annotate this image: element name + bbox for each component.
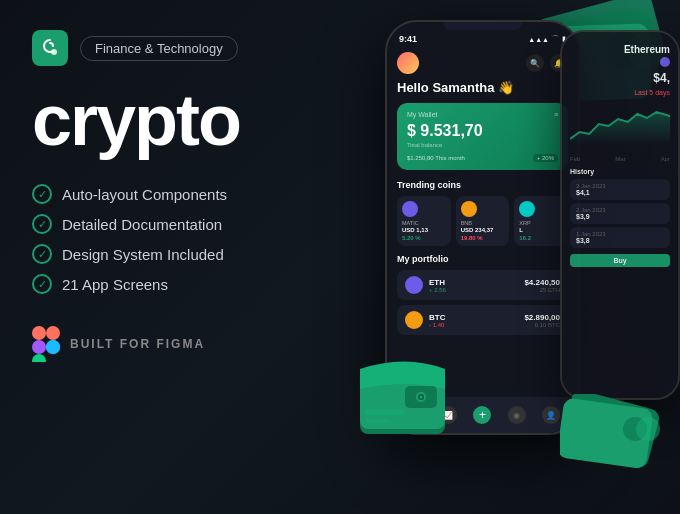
bnb-name: BNB [461, 220, 505, 226]
history-value-3: $3,8 [576, 237, 664, 244]
svg-rect-6 [32, 326, 46, 340]
wifi-icon: ⌒ [552, 34, 559, 44]
status-bar: 9:41 ▲▲▲ ⌒ ▮ [397, 34, 568, 44]
feature-list: ✓ Auto-layout Components ✓ Detailed Docu… [32, 184, 332, 294]
history-value-1: $4,1 [576, 189, 664, 196]
btc-name: BTC [429, 313, 445, 322]
history-item-2: 2 Jan 2023 $3,9 [570, 203, 670, 224]
nav-home[interactable]: ⌂ [405, 406, 423, 424]
svg-point-11 [46, 340, 60, 354]
figma-row: BUILT FOR FIGMA [32, 326, 332, 362]
eth-change-label: Last 5 days [570, 89, 670, 96]
wallet-footer: $1.250,80 This month + 20% [407, 154, 558, 162]
wallet-sub-label: Total balance [407, 142, 558, 148]
eth-change: + 2.56 [429, 287, 446, 293]
svg-rect-8 [32, 340, 46, 354]
check-icon-3: ✓ [32, 244, 52, 264]
status-time: 9:41 [399, 34, 417, 44]
buy-button[interactable]: Buy [570, 254, 670, 267]
signal-icon: ▲▲▲ [528, 36, 549, 43]
btc-value: $2.890,00 [524, 313, 560, 322]
xrp-price: L [519, 227, 563, 233]
avatar [397, 52, 419, 74]
matic-icon [402, 201, 418, 217]
xrp-change: 16.2 [519, 235, 563, 241]
finance-tag: Finance & Technology [80, 36, 238, 61]
chart-label-apr: Apr [661, 156, 670, 162]
feature-item-1: ✓ Auto-layout Components [32, 184, 332, 204]
eth-header: Ethereum [570, 44, 670, 55]
chart-label-feb: Feb [570, 156, 580, 162]
matic-name: MATIC [402, 220, 446, 226]
portfolio-eth-info: ETH + 2.56 [429, 278, 446, 293]
trending-row: MATIC USD 1,13 5.20 % BNB USD 234,37 19.… [397, 196, 568, 246]
wallet-label: My Wallet ≡ [407, 111, 558, 118]
wallet-month: $1.250,80 This month [407, 155, 465, 161]
xrp-icon [519, 201, 535, 217]
eth-coins: 25 ETH [524, 287, 560, 293]
trending-title: Trending coins [397, 180, 568, 190]
portfolio-eth-left: ETH + 2.56 [405, 276, 446, 294]
history-value-2: $3,9 [576, 213, 664, 220]
phone-secondary: Ethereum $4, Last 5 days Feb Mar [560, 30, 680, 410]
header-row: Finance & Technology [32, 30, 332, 66]
btc-coins: 0.10 BTC [524, 322, 560, 328]
portfolio-eth: ETH + 2.56 $4.240,50 25 ETH [397, 270, 568, 300]
phone-notch [443, 22, 523, 30]
nav-profile[interactable]: 👤 [542, 406, 560, 424]
btc-change: - 1.40 [429, 322, 445, 328]
coin-card-bnb: BNB USD 234,37 19.80 % [456, 196, 510, 246]
portfolio-title: My portfolio [397, 254, 568, 264]
phone-main: 9:41 ▲▲▲ ⌒ ▮ 🔍 🔔 Hello Samantha 👋 [385, 20, 580, 440]
svg-point-5 [51, 49, 57, 55]
svg-rect-7 [46, 326, 60, 340]
bnb-price: USD 234,37 [461, 227, 505, 233]
wallet-percent: + 20% [533, 154, 558, 162]
xrp-name: XRP [519, 220, 563, 226]
greeting-text: Hello Samantha 👋 [397, 80, 568, 95]
check-icon-2: ✓ [32, 214, 52, 234]
eth-price: $4, [570, 71, 670, 85]
eth-icon [405, 276, 423, 294]
phone-screen: 9:41 ▲▲▲ ⌒ ▮ 🔍 🔔 Hello Samantha 👋 [387, 22, 578, 433]
bnb-change: 19.80 % [461, 235, 505, 241]
figma-icon [32, 326, 60, 362]
history-item-3: 1 Jan 2023 $3,8 [570, 227, 670, 248]
chart-labels: Feb Mar Apr [570, 156, 670, 162]
feature-item-2: ✓ Detailed Documentation [32, 214, 332, 234]
wallet-amount: $ 9.531,70 [407, 122, 558, 140]
btc-icon [405, 311, 423, 329]
eth-value: $4.240,50 [524, 278, 560, 287]
portfolio-btc-info: BTC - 1.40 [429, 313, 445, 328]
logo-icon [32, 30, 68, 66]
feature-item-3: ✓ Design System Included [32, 244, 332, 264]
mini-chart [570, 104, 670, 144]
phone2-outer: Ethereum $4, Last 5 days Feb Mar [560, 30, 680, 400]
history-item-1: 3 Jan 2023 $4,1 [570, 179, 670, 200]
coin-card-matic: MATIC USD 1,13 5.20 % [397, 196, 451, 246]
matic-price: USD 1,13 [402, 227, 446, 233]
app-header: 🔍 🔔 [397, 52, 568, 74]
left-content: Finance & Technology crypto ✓ Auto-layou… [32, 30, 332, 362]
eth-coin-icon [660, 57, 670, 67]
search-icon[interactable]: 🔍 [526, 54, 544, 72]
eth-name: ETH [429, 278, 446, 287]
svg-rect-10 [32, 354, 46, 362]
phone-nav: ⌂ 📈 + ◉ 👤 [387, 397, 578, 433]
nav-add[interactable]: + [473, 406, 491, 424]
matic-change: 5.20 % [402, 235, 446, 241]
wallet-card: My Wallet ≡ $ 9.531,70 Total balance $1.… [397, 103, 568, 170]
phone-outer: 9:41 ▲▲▲ ⌒ ▮ 🔍 🔔 Hello Samantha 👋 [385, 20, 580, 435]
bnb-icon [461, 201, 477, 217]
hero-title: crypto [32, 84, 332, 156]
check-icon-1: ✓ [32, 184, 52, 204]
nav-chart[interactable]: 📈 [439, 406, 457, 424]
portfolio-eth-right: $4.240,50 25 ETH [524, 278, 560, 293]
phone2-screen: Ethereum $4, Last 5 days Feb Mar [562, 32, 678, 398]
nav-wallet[interactable]: ◉ [508, 406, 526, 424]
history-label: History [570, 168, 670, 175]
portfolio-btc: BTC - 1.40 $2.890,00 0.10 BTC [397, 305, 568, 335]
portfolio-btc-left: BTC - 1.40 [405, 311, 445, 329]
chart-label-mar: Mar [615, 156, 625, 162]
portfolio-btc-right: $2.890,00 0.10 BTC [524, 313, 560, 328]
